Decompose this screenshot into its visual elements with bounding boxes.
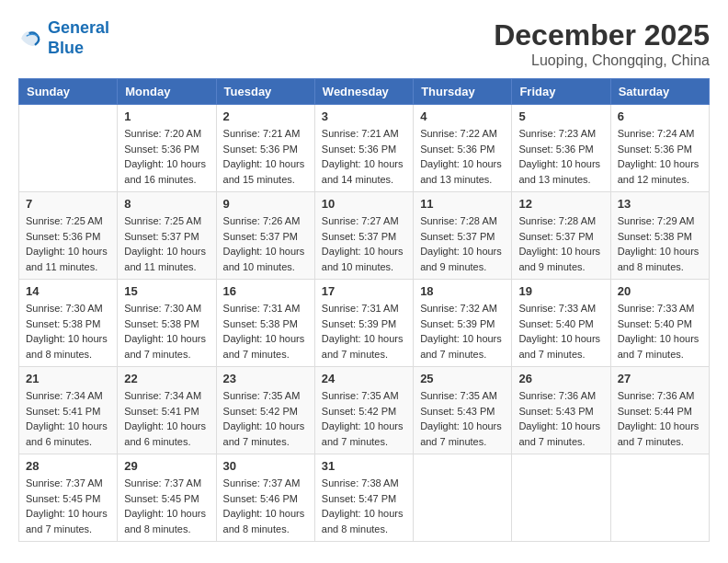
day-number: 20: [618, 284, 702, 298]
calendar-day-cell: 18Sunrise: 7:32 AMSunset: 5:39 PMDayligh…: [414, 280, 512, 367]
day-number: 7: [26, 197, 110, 211]
day-number: 4: [420, 109, 505, 123]
calendar-day-cell: 14Sunrise: 7:30 AMSunset: 5:38 PMDayligh…: [19, 280, 118, 367]
day-number: 5: [518, 109, 603, 123]
calendar-day-cell: 19Sunrise: 7:33 AMSunset: 5:40 PMDayligh…: [512, 280, 610, 367]
day-number: 21: [26, 372, 110, 385]
calendar-day-cell: 3Sunrise: 7:21 AMSunset: 5:36 PMDaylight…: [314, 105, 413, 192]
calendar-day-cell: 25Sunrise: 7:35 AMSunset: 5:43 PMDayligh…: [414, 367, 512, 454]
day-info: Sunrise: 7:33 AMSunset: 5:40 PMDaylight:…: [618, 301, 702, 362]
day-info: Sunrise: 7:28 AMSunset: 5:37 PMDaylight:…: [518, 213, 603, 274]
day-info: Sunrise: 7:29 AMSunset: 5:38 PMDaylight:…: [618, 213, 702, 274]
day-info: Sunrise: 7:36 AMSunset: 5:44 PMDaylight:…: [618, 388, 702, 449]
day-info: Sunrise: 7:21 AMSunset: 5:36 PMDaylight:…: [322, 126, 406, 187]
calendar-day-cell: 31Sunrise: 7:38 AMSunset: 5:47 PMDayligh…: [314, 454, 413, 542]
day-info: Sunrise: 7:21 AMSunset: 5:36 PMDaylight:…: [223, 126, 308, 187]
day-number: 12: [518, 197, 603, 211]
calendar-day-cell: 8Sunrise: 7:25 AMSunset: 5:37 PMDaylight…: [118, 192, 216, 280]
calendar-day-cell: 20Sunrise: 7:33 AMSunset: 5:40 PMDayligh…: [610, 280, 709, 367]
day-number: 14: [26, 284, 110, 298]
day-number: 24: [322, 372, 406, 385]
day-info: Sunrise: 7:30 AMSunset: 5:38 PMDaylight:…: [26, 301, 110, 362]
day-number: 8: [124, 197, 209, 211]
calendar-day-cell: 15Sunrise: 7:30 AMSunset: 5:38 PMDayligh…: [118, 280, 216, 367]
day-number: 15: [124, 284, 209, 298]
day-number: 16: [223, 284, 308, 298]
calendar-day-cell: [610, 454, 709, 542]
day-number: 23: [223, 372, 308, 385]
day-info: Sunrise: 7:37 AMSunset: 5:46 PMDaylight:…: [223, 476, 308, 536]
weekday-header-row: SundayMondayTuesdayWednesdayThursdayFrid…: [19, 79, 710, 105]
day-info: Sunrise: 7:23 AMSunset: 5:36 PMDaylight:…: [518, 126, 603, 187]
calendar-day-cell: 23Sunrise: 7:35 AMSunset: 5:42 PMDayligh…: [216, 367, 314, 454]
calendar-day-cell: 13Sunrise: 7:29 AMSunset: 5:38 PMDayligh…: [610, 192, 709, 280]
day-number: 18: [420, 284, 505, 298]
calendar-week-row: 1Sunrise: 7:20 AMSunset: 5:36 PMDaylight…: [19, 105, 710, 192]
weekday-header: Tuesday: [216, 79, 314, 105]
day-number: 1: [124, 109, 209, 123]
day-info: Sunrise: 7:34 AMSunset: 5:41 PMDaylight:…: [26, 388, 110, 449]
logo-text: General Blue: [48, 18, 109, 58]
day-number: 10: [322, 197, 406, 211]
day-number: 29: [124, 459, 209, 473]
calendar-day-cell: 24Sunrise: 7:35 AMSunset: 5:42 PMDayligh…: [314, 367, 413, 454]
day-number: 9: [223, 197, 308, 211]
calendar-day-cell: 1Sunrise: 7:20 AMSunset: 5:36 PMDaylight…: [118, 105, 216, 192]
calendar-day-cell: 27Sunrise: 7:36 AMSunset: 5:44 PMDayligh…: [610, 367, 709, 454]
day-info: Sunrise: 7:32 AMSunset: 5:39 PMDaylight:…: [420, 301, 505, 362]
day-number: 17: [322, 284, 406, 298]
day-info: Sunrise: 7:35 AMSunset: 5:42 PMDaylight:…: [322, 388, 406, 449]
calendar-day-cell: 7Sunrise: 7:25 AMSunset: 5:36 PMDaylight…: [19, 192, 118, 280]
day-info: Sunrise: 7:28 AMSunset: 5:37 PMDaylight:…: [420, 213, 505, 274]
weekday-header: Thursday: [414, 79, 512, 105]
day-number: 25: [420, 372, 505, 385]
day-info: Sunrise: 7:31 AMSunset: 5:38 PMDaylight:…: [223, 301, 308, 362]
calendar-day-cell: 28Sunrise: 7:37 AMSunset: 5:45 PMDayligh…: [19, 454, 118, 542]
calendar-day-cell: 17Sunrise: 7:31 AMSunset: 5:39 PMDayligh…: [314, 280, 413, 367]
day-info: Sunrise: 7:30 AMSunset: 5:38 PMDaylight:…: [124, 301, 209, 362]
calendar-day-cell: 9Sunrise: 7:26 AMSunset: 5:37 PMDaylight…: [216, 192, 314, 280]
day-info: Sunrise: 7:33 AMSunset: 5:40 PMDaylight:…: [518, 301, 603, 362]
day-info: Sunrise: 7:20 AMSunset: 5:36 PMDaylight:…: [124, 126, 209, 187]
calendar-day-cell: 10Sunrise: 7:27 AMSunset: 5:37 PMDayligh…: [314, 192, 413, 280]
day-info: Sunrise: 7:37 AMSunset: 5:45 PMDaylight:…: [26, 476, 110, 536]
weekday-header: Friday: [512, 79, 610, 105]
logo: General Blue: [18, 18, 109, 58]
day-info: Sunrise: 7:25 AMSunset: 5:36 PMDaylight:…: [26, 213, 110, 274]
weekday-header: Monday: [118, 79, 216, 105]
calendar-week-row: 14Sunrise: 7:30 AMSunset: 5:38 PMDayligh…: [19, 280, 710, 367]
calendar-day-cell: 16Sunrise: 7:31 AMSunset: 5:38 PMDayligh…: [216, 280, 314, 367]
day-number: 26: [518, 372, 603, 385]
calendar-day-cell: 11Sunrise: 7:28 AMSunset: 5:37 PMDayligh…: [414, 192, 512, 280]
day-info: Sunrise: 7:24 AMSunset: 5:36 PMDaylight:…: [618, 126, 702, 187]
page-header: General Blue December 2025 Luoping, Chon…: [18, 18, 710, 69]
day-number: 30: [223, 459, 308, 473]
logo-icon: [18, 26, 44, 52]
calendar-day-cell: 2Sunrise: 7:21 AMSunset: 5:36 PMDaylight…: [216, 105, 314, 192]
calendar-day-cell: [19, 105, 118, 192]
day-info: Sunrise: 7:22 AMSunset: 5:36 PMDaylight:…: [420, 126, 505, 187]
calendar-day-cell: [414, 454, 512, 542]
weekday-header: Wednesday: [314, 79, 413, 105]
calendar-day-cell: 22Sunrise: 7:34 AMSunset: 5:41 PMDayligh…: [118, 367, 216, 454]
day-info: Sunrise: 7:35 AMSunset: 5:43 PMDaylight:…: [420, 388, 505, 449]
day-info: Sunrise: 7:34 AMSunset: 5:41 PMDaylight:…: [124, 388, 209, 449]
calendar-day-cell: 6Sunrise: 7:24 AMSunset: 5:36 PMDaylight…: [610, 105, 709, 192]
day-number: 3: [322, 109, 406, 123]
logo-line2: Blue: [48, 39, 84, 57]
day-info: Sunrise: 7:31 AMSunset: 5:39 PMDaylight:…: [322, 301, 406, 362]
day-number: 11: [420, 197, 505, 211]
calendar-week-row: 28Sunrise: 7:37 AMSunset: 5:45 PMDayligh…: [19, 454, 710, 542]
weekday-header: Sunday: [19, 79, 118, 105]
calendar-week-row: 21Sunrise: 7:34 AMSunset: 5:41 PMDayligh…: [19, 367, 710, 454]
calendar-day-cell: 4Sunrise: 7:22 AMSunset: 5:36 PMDaylight…: [414, 105, 512, 192]
calendar-day-cell: 30Sunrise: 7:37 AMSunset: 5:46 PMDayligh…: [216, 454, 314, 542]
day-number: 6: [618, 109, 702, 123]
day-info: Sunrise: 7:35 AMSunset: 5:42 PMDaylight:…: [223, 388, 308, 449]
day-number: 22: [124, 372, 209, 385]
calendar-day-cell: 12Sunrise: 7:28 AMSunset: 5:37 PMDayligh…: [512, 192, 610, 280]
day-number: 31: [322, 459, 406, 473]
logo-line1: General: [48, 18, 109, 37]
day-number: 2: [223, 109, 308, 123]
day-info: Sunrise: 7:37 AMSunset: 5:45 PMDaylight:…: [124, 476, 209, 536]
